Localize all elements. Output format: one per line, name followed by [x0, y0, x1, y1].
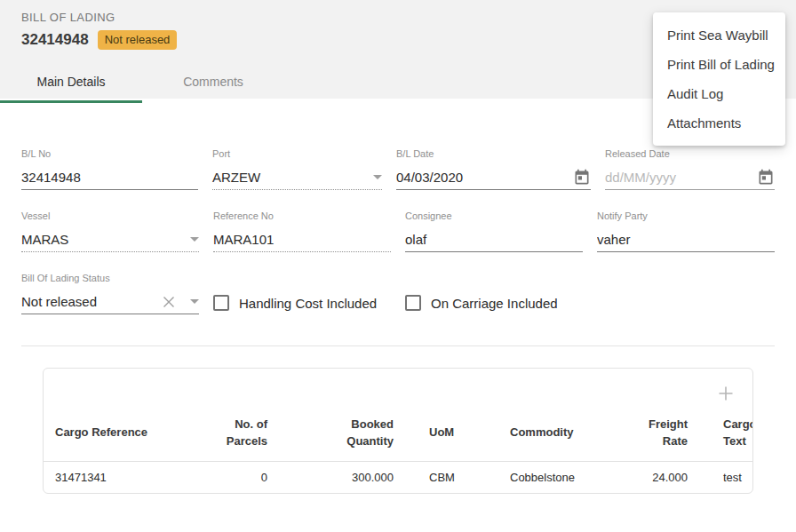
menu-item-attachments[interactable]: Attachments [653, 108, 785, 138]
form-row-2: Vessel MARAS Reference No Consignee N [21, 210, 775, 252]
bl-date-input[interactable] [396, 170, 573, 185]
column-header-cargo-text: Cargo Text [709, 409, 753, 461]
field-port: Port ARZEW [212, 148, 382, 190]
reference-no-label: Reference No [213, 210, 391, 221]
port-label: Port [212, 148, 382, 159]
form-row-3: Bill Of Lading Status Not released Handl… [21, 273, 775, 314]
status-badge: Not released [98, 30, 178, 50]
column-header-cargo-reference: Cargo Reference [44, 409, 207, 461]
cargo-table-card: Cargo ReferenceNo. of ParcelsBooked Quan… [43, 368, 753, 494]
tab-comments[interactable]: Comments [142, 63, 284, 103]
field-vessel: Vessel MARAS [21, 210, 199, 252]
on-carriage-label: On Carriage Included [431, 296, 558, 311]
clear-icon[interactable] [162, 295, 176, 309]
table-cell: 0 [207, 461, 289, 493]
bl-no-control [21, 165, 198, 190]
vessel-label: Vessel [21, 210, 199, 221]
port-select[interactable]: ARZEW [212, 165, 382, 190]
document-number: 32414948 [21, 31, 89, 49]
notify-party-control [597, 227, 775, 252]
notify-party-label: Notify Party [597, 210, 775, 221]
field-notify-party: Notify Party [597, 210, 775, 252]
cargo-table-toolbar [44, 369, 752, 409]
table-cell: 24.000 [620, 461, 709, 493]
column-header-uom: UoM [415, 409, 496, 461]
main-details-form: B/L No Port ARZEW B/L Date [0, 99, 796, 494]
field-bl-date: B/L Date [396, 148, 591, 190]
vessel-select[interactable]: MARAS [21, 227, 199, 252]
on-carriage-checkbox[interactable]: On Carriage Included [405, 291, 583, 314]
chevron-down-icon[interactable] [190, 237, 199, 242]
consignee-input[interactable] [405, 232, 583, 247]
menu-item-print-bill-of-lading[interactable]: Print Bill of Lading [653, 50, 785, 79]
table-cell: 31471341 [44, 461, 207, 493]
port-value: ARZEW [212, 170, 368, 185]
handling-cost-label: Handling Cost Included [239, 296, 377, 311]
checkbox-icon[interactable] [405, 295, 421, 311]
tab-main-details[interactable]: Main Details [0, 63, 142, 103]
field-reference-no: Reference No [213, 210, 391, 252]
table-cell: 300.000 [289, 461, 415, 493]
context-menu: Print Sea WaybillPrint Bill of LadingAud… [653, 12, 785, 146]
released-date-control: dd/MM/yyyy [605, 165, 775, 190]
bl-no-label: B/L No [21, 148, 198, 159]
consignee-label: Consignee [405, 210, 583, 221]
menu-item-audit-log[interactable]: Audit Log [653, 79, 785, 108]
chevron-down-icon[interactable] [373, 175, 382, 179]
field-consignee: Consignee [405, 210, 583, 252]
reference-no-control [213, 227, 391, 252]
cargo-table-head: Cargo ReferenceNo. of ParcelsBooked Quan… [44, 409, 753, 461]
chevron-down-icon[interactable] [190, 299, 199, 304]
table-cell: Cobbelstone [496, 461, 620, 493]
cargo-table-body: 314713410300.000CBMCobbelstone24.000test [44, 461, 753, 493]
notify-party-input[interactable] [597, 232, 775, 247]
bl-no-input[interactable] [21, 170, 198, 185]
menu-item-print-sea-waybill[interactable]: Print Sea Waybill [653, 20, 785, 50]
released-date-label: Released Date [605, 148, 775, 159]
released-date-input[interactable]: dd/MM/yyyy [605, 170, 757, 185]
field-released-date: Released Date dd/MM/yyyy [605, 148, 775, 190]
table-cell: CBM [415, 461, 496, 493]
add-cargo-button[interactable] [717, 385, 735, 402]
field-bl-no: B/L No [21, 148, 198, 190]
calendar-icon[interactable] [757, 169, 775, 187]
form-row-1: B/L No Port ARZEW B/L Date [21, 148, 775, 190]
cargo-table: Cargo ReferenceNo. of ParcelsBooked Quan… [44, 409, 753, 493]
field-bol-status: Bill Of Lading Status Not released [21, 273, 199, 314]
column-header-commodity: Commodity [496, 409, 620, 461]
section-divider [21, 345, 775, 346]
bol-status-value: Not released [21, 294, 162, 309]
bill-of-lading-page: BILL OF LADING 32414948 Not released Mai… [0, 0, 796, 532]
reference-no-input[interactable] [213, 232, 391, 247]
bol-status-label: Bill Of Lading Status [21, 273, 199, 283]
column-header-freight-rate: Freight Rate [620, 409, 709, 461]
cargo-table-row[interactable]: 314713410300.000CBMCobbelstone24.000test [44, 461, 753, 493]
handling-cost-checkbox[interactable]: Handling Cost Included [213, 291, 391, 314]
table-cell: test [709, 461, 753, 493]
cargo-table-header-row: Cargo ReferenceNo. of ParcelsBooked Quan… [44, 409, 753, 461]
bl-date-label: B/L Date [396, 148, 591, 159]
vessel-value: MARAS [21, 232, 185, 247]
bl-date-control [396, 165, 591, 190]
consignee-control [405, 227, 583, 252]
bol-status-select[interactable]: Not released [21, 290, 199, 314]
column-header-no-of-parcels: No. of Parcels [207, 409, 289, 461]
checkbox-icon[interactable] [213, 295, 229, 311]
calendar-icon[interactable] [573, 169, 591, 187]
column-header-booked-quantity: Booked Quantity [289, 409, 415, 461]
